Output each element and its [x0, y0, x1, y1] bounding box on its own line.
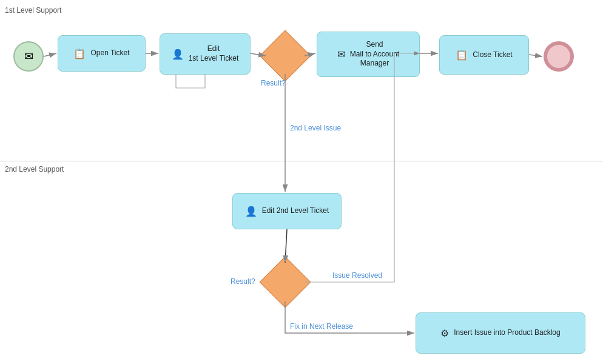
end-circle [544, 41, 574, 72]
arrow-start-open [44, 53, 56, 56]
lane2-label: 2nd Level Support [5, 165, 64, 174]
diamond2-shape [260, 257, 311, 308]
arrow-closeticket-end [529, 55, 542, 56]
send-mail-label: SendMail to AccountManager [350, 40, 399, 69]
insert-backlog-label: Insert Issue into Product Backlog [454, 328, 560, 338]
2nd-level-issue-label: 2nd Level Issue [290, 124, 341, 132]
fix-next-release-label: Fix in Next Release [290, 322, 353, 331]
doc-icon: 📋 [73, 48, 86, 59]
issue-resolved-label: Issue Resolved [332, 271, 382, 280]
diamond1-container: Result? [267, 38, 303, 74]
arrow-issue-resolved [305, 53, 420, 282]
close-ticket-node[interactable]: 📋 Close Ticket [439, 35, 529, 75]
arrow-fix-next-release [285, 302, 414, 333]
diamond1-shape [260, 30, 311, 82]
end-event [544, 41, 574, 72]
edit-1st-ticket-node[interactable]: 👤 Edit1st Level Ticket [160, 33, 251, 75]
start-circle: ✉ [13, 41, 44, 72]
loop-arrow [176, 75, 205, 88]
lane-divider [0, 161, 603, 161]
close-ticket-label: Close Ticket [473, 50, 512, 60]
open-ticket-node[interactable]: 📋 Open Ticket [58, 35, 146, 72]
edit-1st-ticket-label: Edit1st Level Ticket [189, 44, 239, 63]
mail-icon: ✉ [337, 49, 345, 60]
edit-2nd-ticket-label: Edit 2nd Level Ticket [262, 206, 329, 216]
gear-icon: ⚙ [440, 328, 449, 339]
lane1-label: 1st Level Support [5, 6, 61, 15]
open-ticket-label: Open Ticket [90, 49, 129, 58]
diamond2-container: Result? [267, 264, 303, 300]
diagram-container: 1st Level Support 2nd Level Support ✉ 📋 … [0, 0, 603, 364]
doc-icon-close: 📋 [456, 49, 468, 61]
edit-2nd-ticket-node[interactable]: 👤 Edit 2nd Level Ticket [232, 193, 342, 229]
start-event: ✉ [13, 41, 44, 72]
user-icon-1st: 👤 [172, 49, 184, 60]
user-icon-2nd: 👤 [245, 206, 257, 217]
result2-label: Result? [231, 277, 255, 286]
result1-label: Result? [261, 79, 286, 87]
insert-backlog-node[interactable]: ⚙ Insert Issue into Product Backlog [416, 312, 585, 354]
send-mail-node[interactable]: ✉ SendMail to AccountManager [317, 32, 420, 77]
